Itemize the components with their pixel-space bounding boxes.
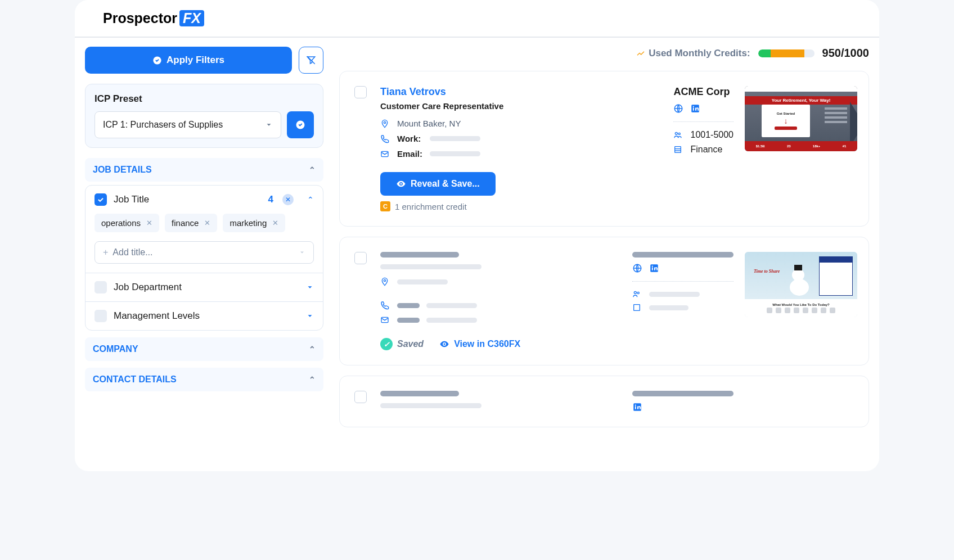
industry-icon (673, 145, 683, 154)
filter-job-title[interactable]: Job Title 4 ✕ ⌃ (86, 186, 323, 214)
svg-point-10 (676, 132, 678, 134)
section-label: JOB DETAILS (93, 165, 152, 175)
company-size: 1001-5000 (690, 130, 734, 140)
filter-sidebar: Apply Filters ICP Preset ICP 1: Purchase… (85, 47, 323, 462)
skeleton (632, 391, 734, 396)
svg-rect-26 (635, 407, 636, 409)
people-icon (673, 130, 683, 139)
plus-icon: + (103, 247, 108, 257)
job-title-tags: operations✕ finance✕ marketing✕ (86, 214, 323, 241)
skeleton (632, 252, 734, 258)
check-circle-icon (295, 120, 305, 130)
chevron-down-icon (306, 283, 314, 291)
filter-label: Job Department (114, 282, 299, 293)
clear-filter-icon (306, 55, 316, 65)
skeleton (649, 292, 700, 297)
check-icon (97, 196, 105, 204)
globe-icon[interactable] (673, 103, 683, 114)
globe-icon[interactable] (632, 263, 642, 273)
skeleton (426, 303, 477, 308)
check-circle-icon (152, 56, 162, 65)
skeleton (397, 303, 420, 308)
select-checkbox[interactable] (354, 252, 367, 264)
filter-management-levels[interactable]: Management Levels (86, 302, 323, 330)
remove-tag-icon[interactable]: ✕ (204, 219, 210, 227)
linkedin-icon[interactable] (632, 402, 642, 412)
skeleton (380, 252, 459, 258)
saved-text: Saved (397, 339, 424, 349)
svg-point-11 (678, 133, 680, 134)
remove-tag-icon[interactable]: ✕ (146, 219, 152, 227)
skeleton (397, 279, 448, 284)
results-panel: Used Monthly Credits: 950/1000 Tiana Vet… (339, 47, 869, 462)
phone-icon (380, 301, 390, 310)
person-info: ✓ Saved View in C360FX (380, 252, 632, 350)
svg-rect-12 (675, 147, 681, 153)
clear-filters-button[interactable] (299, 47, 323, 74)
svg-point-21 (652, 266, 653, 267)
preset-title: ICP Preset (94, 93, 314, 105)
company-info (632, 252, 734, 350)
person-title: Customer Care Representative (380, 101, 656, 111)
skeleton (649, 305, 688, 310)
person-info (380, 391, 632, 412)
chevron-up-icon: ⌃ (309, 165, 316, 174)
saved-badge: ✓ Saved (380, 338, 424, 350)
credit-note: C 1 enrichment credit (380, 201, 467, 211)
chevron-down-icon (306, 312, 314, 320)
chevron-down-icon (265, 121, 273, 129)
section-label: CONTACT DETAILS (93, 374, 177, 385)
checkbox-unchecked[interactable] (94, 310, 107, 322)
credit-text: 1 enrichment credit (395, 202, 467, 211)
eye-icon (396, 179, 406, 189)
apply-label: Apply Filters (166, 55, 224, 66)
svg-point-27 (635, 405, 636, 406)
clear-filter-icon[interactable]: ✕ (282, 194, 294, 205)
location-icon (380, 277, 390, 286)
reveal-save-button[interactable]: Reveal & Save... (380, 172, 496, 196)
section-contact-details[interactable]: CONTACT DETAILS ⌃ (85, 368, 323, 391)
section-company[interactable]: COMPANY ⌃ (85, 337, 323, 361)
reveal-label: Reveal & Save... (411, 179, 480, 189)
skeleton (430, 151, 480, 156)
svg-rect-8 (693, 108, 694, 111)
section-job-details[interactable]: JOB DETAILS ⌃ (85, 158, 323, 182)
eye-icon (439, 339, 449, 349)
brand-badge: FX (179, 10, 204, 26)
apply-filters-button[interactable]: Apply Filters (85, 47, 292, 74)
check-circle-icon: ✓ (380, 338, 393, 350)
linkedin-icon[interactable] (690, 103, 700, 114)
checkbox-unchecked[interactable] (94, 281, 107, 293)
checkbox-checked[interactable] (94, 193, 107, 206)
svg-point-3 (384, 121, 385, 123)
svg-point-23 (637, 292, 639, 293)
filter-count: 4 (268, 194, 273, 205)
select-checkbox[interactable] (354, 86, 367, 98)
header: ProspectorFX (75, 0, 879, 38)
skeleton (430, 136, 480, 141)
remove-tag-icon[interactable]: ✕ (272, 219, 278, 227)
credits-meter: Used Monthly Credits: 950/1000 (339, 47, 869, 60)
preset-confirm-button[interactable] (287, 111, 314, 138)
industry-icon (632, 303, 642, 312)
linkedin-icon[interactable] (649, 263, 659, 273)
add-title-placeholder: Add title... (112, 247, 152, 257)
credits-total: /1000 (841, 47, 869, 59)
svg-rect-24 (634, 305, 640, 311)
mail-icon (380, 315, 390, 324)
person-info: Tiana Vetrovs Customer Care Representati… (380, 86, 673, 211)
filter-job-department[interactable]: Job Department (86, 273, 323, 301)
chevron-up-icon: ⌃ (309, 345, 316, 354)
filter-label: Management Levels (114, 310, 299, 322)
view-in-c360-link[interactable]: View in C360FX (439, 339, 520, 349)
email-label: Email: (397, 149, 423, 159)
company-info: ACME Corp 1001-5000 (673, 86, 734, 211)
add-title-input[interactable]: +Add title... (94, 241, 314, 264)
select-checkbox[interactable] (354, 391, 367, 403)
chevron-up-icon: ⌃ (307, 195, 314, 204)
result-card: ✓ Saved View in C360FX (339, 237, 869, 365)
person-name[interactable]: Tiana Vetrovs (380, 86, 656, 98)
skeleton (380, 264, 482, 269)
result-card (339, 376, 869, 427)
preset-select[interactable]: ICP 1: Purchasers of Supplies (94, 111, 281, 138)
